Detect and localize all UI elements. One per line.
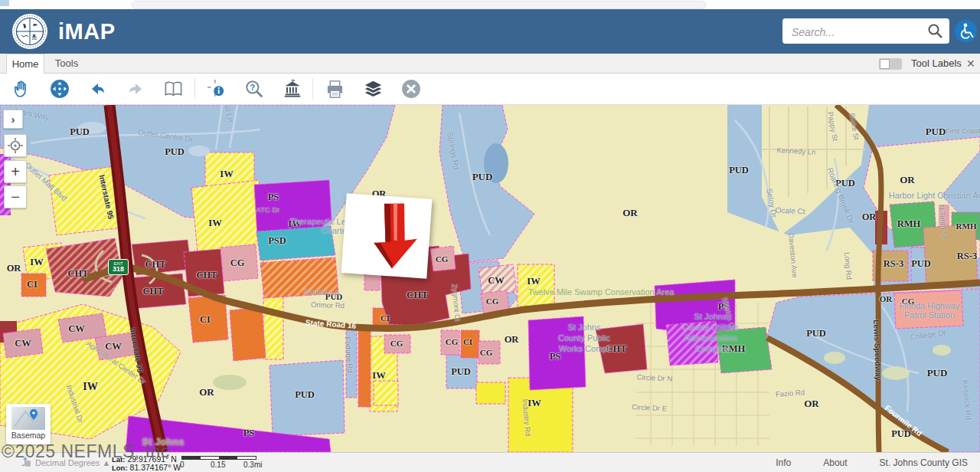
clear-circle-icon — [401, 79, 421, 99]
red-arrow-icon — [341, 193, 433, 279]
toolbar-separator — [194, 78, 195, 100]
map-toolbar: ? — [0, 74, 980, 105]
credits-link[interactable]: St. Johns County GIS — [880, 457, 968, 468]
public-services-button[interactable] — [279, 75, 306, 103]
layers-button[interactable] — [359, 75, 387, 103]
zoning-map — [0, 105, 980, 452]
search-input[interactable] — [790, 18, 923, 45]
previous-extent-button[interactable] — [84, 75, 112, 103]
map-canvas[interactable]: PUDPUDIWPSIWIWPSDORIWCICHTCHTCGCHTCHTCIC… — [0, 105, 980, 452]
accessibility-button[interactable] — [955, 20, 977, 42]
government-building-icon — [283, 79, 302, 99]
basemap-button[interactable]: Basemap — [6, 404, 51, 444]
next-extent-button[interactable] — [122, 75, 149, 103]
basemap-label: Basemap — [6, 431, 51, 440]
county-seal-logo — [12, 14, 47, 49]
full-extent-icon — [50, 79, 70, 99]
identify-button[interactable] — [203, 75, 230, 103]
zoom-out-button[interactable]: − — [4, 185, 27, 208]
pan-tool-button[interactable] — [8, 75, 35, 103]
browser-strip — [0, 0, 980, 9]
app-header: iMAP — [0, 9, 980, 54]
forward-arrow-icon — [126, 80, 145, 98]
browser-urlbar — [132, 1, 706, 9]
sidebar-expand-button[interactable]: › — [3, 110, 23, 129]
layers-icon — [363, 79, 384, 100]
tab-tools[interactable]: Tools — [47, 54, 86, 74]
locate-button[interactable] — [4, 134, 27, 157]
tool-labels-label: Tool Labels — [911, 54, 962, 74]
tab-home[interactable]: Home — [6, 54, 44, 74]
print-button[interactable] — [321, 75, 348, 103]
bookmarks-button[interactable] — [159, 75, 187, 103]
tab-bar: Home Tools Tool Labels ✕ — [0, 54, 980, 74]
zoom-extent-button[interactable] — [46, 75, 74, 103]
toggle-knob — [880, 59, 890, 69]
hand-icon — [11, 79, 31, 99]
mls-watermark: ©2025 NEFMLS, Inc — [2, 441, 170, 462]
book-icon — [163, 79, 184, 100]
svg-text:?: ? — [250, 83, 256, 92]
basemap-thumbnail — [11, 407, 45, 430]
locate-icon — [8, 138, 23, 153]
location-arrow-annotation — [341, 193, 433, 279]
search-icon[interactable] — [927, 23, 943, 39]
footer-links: Info About St. Johns County GIS — [776, 453, 968, 472]
scale-bar — [181, 456, 256, 460]
printer-icon — [325, 79, 345, 100]
wheelchair-icon — [955, 20, 977, 42]
zoom-in-button[interactable]: + — [4, 160, 27, 183]
browser-tab-nub — [0, 0, 9, 6]
query-magnifier-icon: ? — [244, 79, 264, 99]
identify-icon — [207, 79, 227, 99]
info-link[interactable]: Info — [776, 457, 791, 468]
app-title: iMAP — [58, 19, 116, 44]
exit-318-sign: EXIT 318 — [108, 259, 129, 275]
map-pin-icon — [11, 407, 45, 430]
back-arrow-icon — [89, 80, 107, 98]
clear-button[interactable] — [397, 75, 425, 103]
tool-labels-toggle[interactable] — [879, 58, 902, 70]
about-link[interactable]: About — [823, 457, 847, 468]
close-icon[interactable]: ✕ — [966, 54, 975, 74]
longitude-readout: Lon:81.374167° W — [112, 463, 181, 472]
search-box[interactable] — [782, 18, 949, 44]
query-button[interactable]: ? — [240, 75, 268, 103]
toolbar-separator — [312, 78, 313, 100]
